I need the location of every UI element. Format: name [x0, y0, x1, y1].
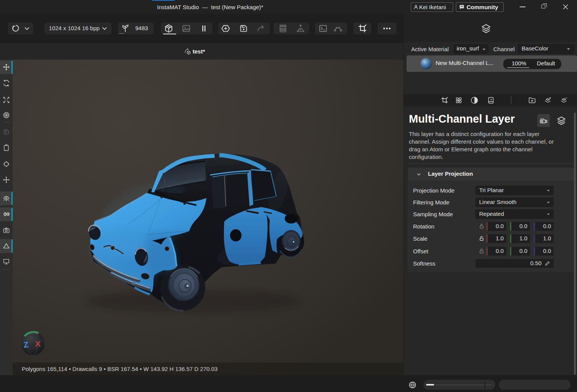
- svg-text:X: X: [35, 339, 41, 348]
